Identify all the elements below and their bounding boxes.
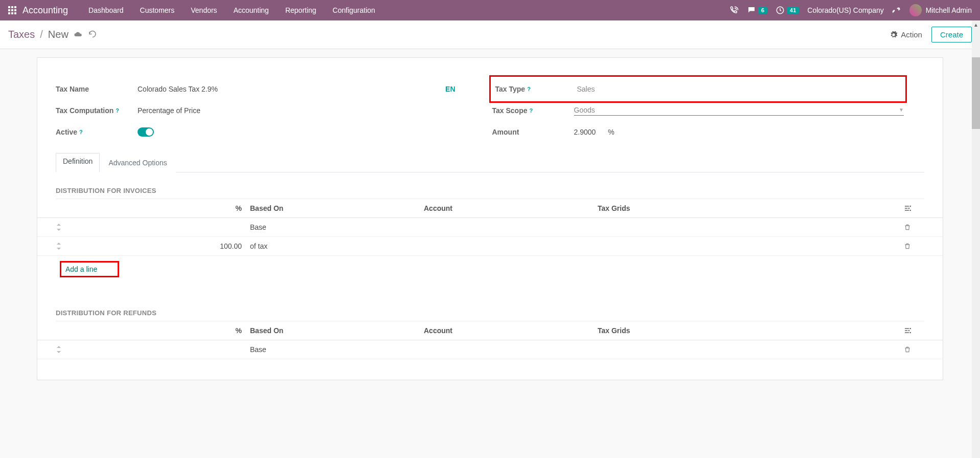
col-settings[interactable] xyxy=(904,204,924,212)
breadcrumb-root[interactable]: Taxes xyxy=(8,29,35,40)
tab-advanced-options[interactable]: Advanced Options xyxy=(100,153,175,172)
cell-pct[interactable]: 100.00 xyxy=(71,242,250,250)
add-line-link[interactable]: Add a line xyxy=(60,261,119,277)
help-icon[interactable]: ? xyxy=(116,107,119,114)
company-switcher[interactable]: Colorado(US) Company xyxy=(807,6,883,14)
nav-item-configuration[interactable]: Configuration xyxy=(325,1,383,19)
amount-text: 2.9000 xyxy=(574,128,596,136)
tabs: Definition Advanced Options xyxy=(56,153,924,172)
col-drag xyxy=(56,326,71,335)
tax-scope-label-text: Tax Scope xyxy=(492,106,528,115)
col-settings[interactable] xyxy=(904,326,924,335)
table-invoices: % Based On Account Tax Grids Base xyxy=(37,199,943,282)
svg-point-11 xyxy=(908,208,910,209)
table-head-refunds: % Based On Account Tax Grids xyxy=(37,321,943,340)
row-tax-scope: Tax Scope ? Goods ▼ xyxy=(492,100,904,121)
value-tax-scope[interactable]: Goods ▼ xyxy=(574,106,904,116)
section-title-refunds: DISTRIBUTION FOR REFUNDS xyxy=(56,295,924,321)
row-amount: Amount 2.9000 % xyxy=(492,121,904,143)
delete-row-icon[interactable] xyxy=(904,346,924,353)
drag-handle-icon[interactable] xyxy=(56,243,71,250)
label-tax-computation: Tax Computation ? xyxy=(56,106,138,115)
discard-icon[interactable] xyxy=(88,30,97,39)
label-amount: Amount xyxy=(492,128,574,136)
value-amount[interactable]: 2.9000 % xyxy=(574,128,904,136)
activities-badge: 41 xyxy=(787,7,799,14)
section-title-invoices: DISTRIBUTION FOR INVOICES xyxy=(56,172,924,199)
tab-definition[interactable]: Definition xyxy=(56,153,100,172)
breadcrumb-actions: Action Create xyxy=(890,27,972,42)
nav-item-vendors[interactable]: Vendors xyxy=(183,1,225,19)
table-refunds: % Based On Account Tax Grids Base xyxy=(37,321,943,359)
apps-icon[interactable] xyxy=(8,6,16,14)
amount-unit: % xyxy=(608,128,614,136)
content-area: Tax Name Colorado Sales Tax 2.9% EN Tax … xyxy=(0,49,980,401)
delete-row-icon[interactable] xyxy=(904,224,924,231)
create-button[interactable]: Create xyxy=(931,27,972,42)
label-tax-name: Tax Name xyxy=(56,85,138,93)
user-name: Mitchell Admin xyxy=(926,6,972,14)
lang-badge[interactable]: EN xyxy=(445,85,467,93)
col-based: Based On xyxy=(250,326,424,335)
col-account: Account xyxy=(424,326,598,335)
col-pct: % xyxy=(71,326,250,335)
cell-based[interactable]: of tax xyxy=(250,242,424,250)
tax-name-text: Colorado Sales Tax 2.9% xyxy=(138,85,218,93)
avatar xyxy=(909,4,922,16)
action-button[interactable]: Action xyxy=(890,30,922,39)
cloud-save-icon[interactable] xyxy=(74,30,83,39)
nav-item-reporting[interactable]: Reporting xyxy=(277,1,325,19)
value-tax-computation[interactable]: Percentage of Price xyxy=(138,106,468,115)
help-icon[interactable]: ? xyxy=(530,107,533,114)
debug-icon[interactable] xyxy=(892,6,901,15)
cell-based[interactable]: Base xyxy=(250,223,424,231)
tax-scope-select[interactable]: Goods ▼ xyxy=(574,106,904,116)
svg-rect-2 xyxy=(14,6,16,8)
svg-rect-7 xyxy=(11,12,13,14)
nav-item-customers[interactable]: Customers xyxy=(132,1,183,19)
highlight-tax-type xyxy=(489,75,907,103)
nav-item-accounting[interactable]: Accounting xyxy=(225,1,277,19)
col-pct: % xyxy=(71,204,250,212)
svg-rect-3 xyxy=(8,9,10,11)
table-row[interactable]: 100.00 of tax xyxy=(37,237,943,256)
label-active: Active ? xyxy=(56,128,138,136)
scroll-up-icon[interactable]: ▲ xyxy=(972,20,980,29)
svg-point-12 xyxy=(909,210,911,211)
scrollbar-thumb[interactable] xyxy=(972,57,980,129)
value-tax-name[interactable]: Colorado Sales Tax 2.9% EN xyxy=(138,85,468,93)
col-based: Based On xyxy=(250,204,424,212)
scrollbar[interactable]: ▲ xyxy=(972,20,980,401)
cell-based[interactable]: Base xyxy=(250,345,424,354)
app-title[interactable]: Accounting xyxy=(22,5,68,16)
activities-icon[interactable]: 41 xyxy=(776,6,799,15)
phone-icon[interactable] xyxy=(730,6,739,15)
action-label: Action xyxy=(901,30,922,39)
breadcrumb-sep: / xyxy=(40,29,43,40)
svg-rect-0 xyxy=(8,6,10,8)
form-col-right: Tax Type ? Sales Tax Scope ? Goods ▼ xyxy=(492,78,925,143)
drag-handle-icon[interactable] xyxy=(56,224,71,231)
add-line-row: Add a line xyxy=(37,256,943,282)
tax-comp-label-text: Tax Computation xyxy=(56,106,113,115)
svg-rect-4 xyxy=(11,9,13,11)
active-toggle[interactable] xyxy=(138,127,154,137)
svg-point-13 xyxy=(909,328,911,330)
gear-icon xyxy=(890,31,898,39)
col-account: Account xyxy=(424,204,598,212)
svg-point-15 xyxy=(909,332,911,334)
messages-icon[interactable]: 6 xyxy=(747,6,767,15)
user-menu[interactable]: Mitchell Admin xyxy=(909,4,972,16)
tax-scope-text: Goods xyxy=(574,106,595,114)
table-row[interactable]: Base xyxy=(37,218,943,237)
form-col-left: Tax Name Colorado Sales Tax 2.9% EN Tax … xyxy=(56,78,468,143)
svg-point-10 xyxy=(909,206,911,207)
help-icon[interactable]: ? xyxy=(79,129,83,135)
row-active: Active ? xyxy=(56,121,468,143)
delete-row-icon[interactable] xyxy=(904,243,924,250)
top-nav: Accounting Dashboard Customers Vendors A… xyxy=(0,0,980,20)
table-row[interactable]: Base xyxy=(37,340,943,359)
drag-handle-icon[interactable] xyxy=(56,346,71,353)
nav-menu: Dashboard Customers Vendors Accounting R… xyxy=(80,1,730,19)
nav-item-dashboard[interactable]: Dashboard xyxy=(80,1,132,19)
